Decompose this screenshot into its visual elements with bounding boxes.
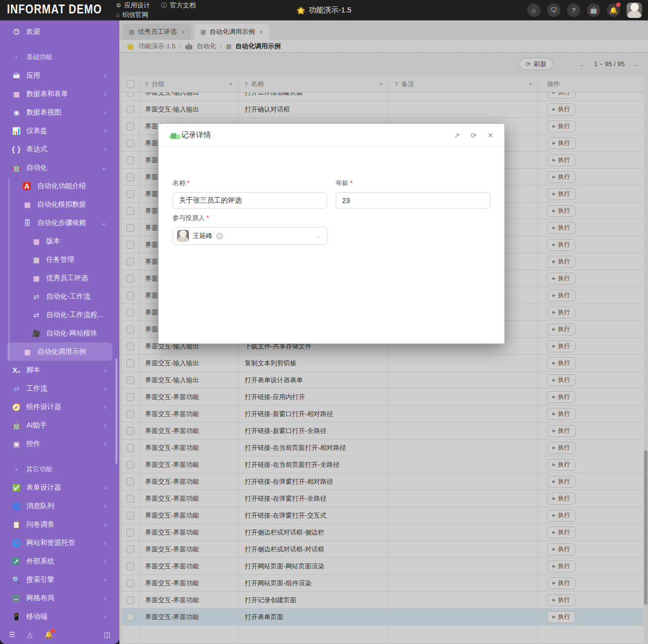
sidebar-item[interactable]: ▣ 控件 ›	[0, 434, 119, 453]
sidebar-item[interactable]: ▦ 任务管理	[0, 250, 119, 269]
chevron-icon: ›	[104, 539, 106, 546]
sidebar-item-label: 仪表盘	[26, 126, 47, 135]
sidebar-scrollbar-thumb[interactable]	[115, 358, 117, 464]
sidebar-item[interactable]: 🎥 自动化-网站模块	[0, 324, 119, 342]
sidebar-item[interactable]: ◉ 数据表视图 ›	[0, 103, 119, 121]
chevron-icon: ›	[104, 484, 106, 491]
sidebar-item-icon: ✅	[12, 484, 21, 492]
sidebar-item[interactable]: 📋 问卷调查 ›	[0, 515, 119, 534]
sidebar-item-label: 应用	[26, 71, 40, 80]
sidebar-item[interactable]: { } 表达式 ›	[0, 140, 119, 158]
sidebar-item[interactable]: 📱 移动端 ›	[0, 607, 119, 625]
sidebar-item[interactable]: 🌀 消息队列 ›	[0, 497, 119, 515]
sidebar-item-icon: 📱	[12, 613, 21, 621]
sidebar-item[interactable]: › 基础功能	[0, 48, 119, 66]
sidebar-item-icon: 🤖	[12, 164, 21, 172]
chevron-icon: ›	[104, 557, 106, 565]
sidebar-item[interactable]: ▦ 数据表和表单 ›	[0, 85, 119, 103]
topbar-action-button[interactable]: ⌂	[527, 3, 541, 17]
topbar-menu: ⚙ 应用设计 ⓘ 官方文档 ⌂ 织信官网	[116, 0, 223, 20]
sidebar-item-icon: 📋	[12, 521, 21, 529]
sidebar-item-label: 搜索引擎	[26, 575, 54, 584]
sidebar-item[interactable]: ⇄ 工作流 ›	[0, 379, 119, 398]
sidebar-item-icon: ▦	[23, 348, 32, 356]
sidebar-item[interactable]: 🌐 网站和资源托管 ›	[0, 534, 119, 552]
app-logo: INFORMAT DEMO	[7, 1, 114, 16]
sidebar-item-label: 移动端	[26, 612, 47, 621]
sidebar-item-icon: ▦	[32, 256, 41, 264]
sidebar-item[interactable]: › 其它功能	[0, 460, 119, 478]
sidebar-item[interactable]: 📊 仪表盘 ›	[0, 121, 119, 140]
sidebar-item-icon: 📊	[12, 127, 21, 135]
topbar-action-button[interactable]: 🔔	[607, 3, 620, 17]
footer-icon-glyph: △	[27, 631, 33, 639]
sidebar-item[interactable]: ▦ 自动化模拟数据	[0, 195, 119, 214]
close-icon[interactable]: ✕	[487, 131, 493, 139]
menu-item-icon: ⌂	[116, 11, 119, 18]
open-external-icon[interactable]: ↗	[454, 131, 460, 139]
sidebar-item-label: 问卷调查	[26, 520, 54, 529]
sidebar-item[interactable]: ⇄ 自动化-工作流程...	[0, 306, 119, 324]
sidebar-item[interactable]: ✅ 表单设计器 ›	[0, 478, 119, 497]
modal-title: 记录详情	[181, 130, 211, 140]
sidebar-item[interactable]: ↔ 网格布局 ›	[0, 589, 119, 607]
chevron-icon: ›	[104, 576, 106, 583]
sidebar-item-icon: ⇄	[32, 311, 41, 319]
chevron-icon: ›	[104, 594, 106, 602]
voter-tag-name: 王延峰	[193, 231, 212, 240]
sidebar-item[interactable]: A 自动化功能介绍	[0, 177, 119, 195]
sidebar-item[interactable]: ▦ 版本	[0, 232, 119, 250]
chevron-icon: ›	[104, 127, 106, 134]
sidebar-item[interactable]: 🗄 自动化步骤依赖 ⌄	[0, 214, 119, 232]
sidebar-item[interactable]: 🔍 搜索引擎 ›	[0, 570, 119, 589]
topbar-actions: ⌂ 🗨 ? 🤖 🔔	[527, 0, 642, 20]
sidebar-item-icon: 🏔	[12, 72, 21, 80]
sidebar-item[interactable]: 🏔 应用 ›	[0, 66, 119, 85]
chevron-icon: ›	[104, 521, 106, 528]
menu-item-icon: ⓘ	[161, 1, 167, 10]
chevron-icon: ›	[104, 366, 106, 374]
topbar-menu-item[interactable]: ⚙ 应用设计	[116, 1, 150, 10]
user-avatar[interactable]	[627, 2, 642, 18]
topbar-action-button[interactable]: ?	[567, 3, 580, 17]
voter-select[interactable]: 王延峰 ✕ ⌄	[173, 227, 327, 245]
remove-tag-icon[interactable]: ✕	[216, 232, 223, 240]
topbar-menu-item[interactable]: ⓘ 官方文档	[161, 1, 196, 10]
sidebar-item-icon: { }	[12, 145, 21, 153]
sidebar-footer: ☰ △ 🔔 ◫	[0, 625, 119, 644]
topbar-action-button[interactable]: 🤖	[587, 3, 600, 17]
sidebar-item-label: 优秀员工评选	[46, 274, 88, 283]
sidebar-item-icon: X₂	[12, 366, 21, 374]
sidebar-item[interactable]: 😊 欢迎	[0, 22, 119, 41]
age-field-group: 年龄*	[336, 179, 490, 209]
sidebar-footer-icon[interactable]: ☰	[9, 631, 15, 639]
sidebar-item[interactable]: 🤖 AI助手 ›	[0, 416, 119, 434]
modal-header[interactable]: ▦ 记录详情 ↗ ⟳ ✕	[159, 124, 504, 147]
sidebar-item[interactable]: 🧭 组件设计器 ›	[0, 398, 119, 416]
sidebar: 😊 欢迎 › 基础功能 🏔 应用 › ▦ 数据表和表单 ›	[0, 20, 119, 644]
chevron-icon: ›	[104, 422, 106, 429]
sidebar-item[interactable]: ⇄ 自动化-工作流	[0, 287, 119, 306]
sidebar-item-label: 组件设计器	[26, 403, 61, 412]
sidebar-item[interactable]: ▦ 优秀员工评选	[0, 269, 119, 287]
chevron-icon: ›	[104, 145, 106, 153]
collapse-sidebar-icon[interactable]: ◫	[104, 631, 110, 639]
sidebar-footer-icon[interactable]: 🔔	[44, 631, 53, 639]
name-input[interactable]	[173, 192, 327, 209]
topbar-menu-item[interactable]: ⌂ 织信官网	[116, 10, 148, 19]
sidebar-item-icon: ↗	[12, 557, 20, 565]
sidebar-item-label: 自动化	[26, 163, 47, 172]
reload-icon[interactable]: ⟳	[471, 131, 477, 139]
sidebar-item-label: AI助手	[26, 421, 47, 430]
sidebar-item-icon: 🌐	[12, 539, 21, 547]
sidebar-item[interactable]: X₂ 脚本 ›	[0, 361, 119, 379]
sidebar-item[interactable]: 🤖 自动化 ⌄	[0, 158, 119, 177]
age-input[interactable]	[336, 192, 490, 209]
topbar-action-button[interactable]: 🗨	[547, 3, 560, 17]
sidebar-item-label: 脚本	[26, 366, 40, 375]
sidebar-item[interactable]: ↗ 外部系统 ›	[0, 552, 119, 570]
footer-icon-glyph: 🔔	[44, 631, 53, 639]
sidebar-item-icon: 🎥	[32, 329, 41, 337]
sidebar-footer-icon[interactable]: △	[27, 631, 33, 639]
sidebar-item[interactable]: ▦ 自动化调用示例	[7, 342, 112, 361]
